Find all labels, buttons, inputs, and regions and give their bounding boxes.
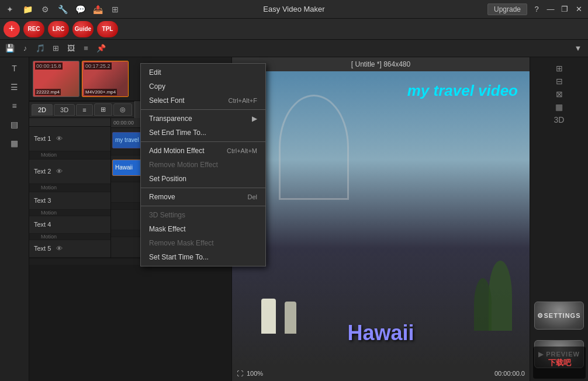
track-label-text5: Text 5 👁 <box>29 240 110 258</box>
zoom-value: 100% <box>247 370 263 377</box>
lrc-button[interactable]: LRC <box>48 21 69 37</box>
titlebar-right-controls: Upgrade ? — ❐ ✕ <box>487 4 583 15</box>
track-text2-group: Text 2 👁 Motion <box>29 160 110 192</box>
ctx-sep-1 <box>141 109 231 110</box>
figure-1 <box>261 299 276 334</box>
tab-2d[interactable]: 2D <box>32 104 53 116</box>
guide-button[interactable]: Guide <box>72 21 94 37</box>
figure-2 <box>285 302 296 334</box>
tpl-button[interactable]: TPL <box>97 21 118 37</box>
track-label-text4: Text 4 <box>29 216 110 234</box>
upgrade-button[interactable]: Upgrade <box>487 4 527 15</box>
align-center-icon[interactable]: ≡ <box>3 97 26 115</box>
ctx-remove-motion: Remove Motion Effect <box>141 158 231 172</box>
expand-icon[interactable]: ⛶ <box>237 370 243 377</box>
ctx-set-position[interactable]: Set Position <box>141 172 231 186</box>
ctx-select-font[interactable]: Select Font Ctrl+Alt+F <box>141 93 231 108</box>
ctx-remove[interactable]: Remove Del <box>141 190 231 204</box>
save-icon[interactable]: 💾 <box>4 42 16 55</box>
track-text5-name: Text 5 <box>34 245 51 252</box>
grid-icon[interactable]: ⊞ <box>110 4 120 15</box>
tab-circle[interactable]: ◎ <box>113 103 132 116</box>
close-button[interactable]: ✕ <box>574 5 583 14</box>
app-title: Easy Video Maker <box>263 5 324 13</box>
thumbnail-item-1[interactable]: 00:00:15.8 22222.mp4 <box>33 61 79 97</box>
music-icon[interactable]: ♪ <box>19 42 32 55</box>
align-right-icon[interactable]: ▤ <box>3 116 26 133</box>
right-icon-1[interactable]: ⊞ <box>554 63 565 74</box>
align-left-icon[interactable]: ☰ <box>3 78 26 96</box>
track-text2-motion: Motion <box>29 184 110 192</box>
titlebar-left-icons: ✦ 📁 ⚙ 🔧 💬 📤 ⊞ <box>5 4 120 15</box>
preview-hawaii-text: Hawaii <box>347 321 414 345</box>
ctx-3d-settings: 3D Settings <box>141 208 231 222</box>
preview-time: 00:00:00.0 <box>494 370 525 377</box>
share-icon[interactable]: 📤 <box>92 4 103 15</box>
ctx-sep-3 <box>141 188 231 188</box>
context-menu: Edit Copy Select Font Ctrl+Alt+F Transpa… <box>140 63 231 266</box>
track-text1-eye[interactable]: 👁 <box>54 134 64 143</box>
tab-3d[interactable]: 3D <box>54 104 75 116</box>
hoop-silhouette <box>279 95 349 200</box>
ctx-sep-2 <box>141 141 231 142</box>
text-tool-icon[interactable]: T <box>3 60 26 77</box>
ctx-add-motion[interactable]: Add Motion Effect Ctrl+Alt+M <box>141 144 231 158</box>
right-icon-3[interactable]: ⊠ <box>554 89 565 99</box>
help-button[interactable]: ? <box>532 5 541 14</box>
watermark: 下载吧 <box>533 347 586 379</box>
track-label-text2: Text 2 👁 <box>29 160 110 184</box>
ctx-transparence[interactable]: Transparence ▶ <box>141 112 231 126</box>
track-text4-name: Text 4 <box>34 221 51 228</box>
right-panel: ⊞ ⊟ ⊠ ▦ 3D ⚙ SETTINGS ▶ PREVIEW <box>530 57 588 381</box>
settings-icon[interactable]: ⚙ <box>40 4 50 15</box>
tools-icon[interactable]: 🔧 <box>57 4 68 15</box>
ctx-set-start-time[interactable]: Set Start Time To... <box>141 250 231 264</box>
format-icon[interactable]: ▦ <box>3 134 26 152</box>
right-icon-4[interactable]: ▦ <box>554 102 565 112</box>
thumbnail-item-2[interactable]: 00:17:25.2 M4V200+.mp4 <box>82 61 129 97</box>
right-icon-5[interactable]: 3D <box>554 115 565 125</box>
ctx-mask-effect[interactable]: Mask Effect <box>141 222 231 236</box>
add-button[interactable]: + <box>4 21 20 37</box>
right-icon-2[interactable]: ⊟ <box>554 76 565 86</box>
track-label-text3: Text 3 <box>29 192 110 210</box>
track-text1-motion: Motion <box>29 151 110 160</box>
layers-icon[interactable]: ≡ <box>79 42 92 55</box>
image-icon[interactable]: 🖼 <box>64 42 77 55</box>
settings-icon-gear: ⚙ <box>537 312 544 320</box>
track-text2-eye[interactable]: 👁 <box>54 167 64 176</box>
pin-icon[interactable]: 📌 <box>95 42 108 55</box>
ruler-label-spacer <box>29 118 110 127</box>
ctx-sep-4 <box>141 206 231 206</box>
track-labels: Text 1 👁 Motion Text 2 👁 Motion <box>29 118 111 258</box>
tab-list[interactable]: ≡ <box>76 104 92 116</box>
track-text2-name: Text 2 <box>34 168 51 175</box>
tab-grid[interactable]: ⊞ <box>94 103 112 116</box>
ctx-copy[interactable]: Copy <box>141 79 231 93</box>
maximize-button[interactable]: ❐ <box>560 5 569 14</box>
rec-button[interactable]: REC <box>23 21 44 37</box>
chat-icon[interactable]: 💬 <box>75 4 85 15</box>
track-label-text1: Text 1 👁 <box>29 127 110 151</box>
minimize-button[interactable]: — <box>546 5 555 14</box>
thumbnail-name-2: M4V200+.mp4 <box>84 89 117 95</box>
track-text3-motion: Motion <box>29 210 110 216</box>
main-toolbar: + REC LRC Guide TPL <box>0 19 588 40</box>
video-preview: my travel video Hawaii <box>232 71 530 366</box>
secondary-toolbar: 💾 ♪ 🎵 ⊞ 🖼 ≡ 📌 ▼ <box>0 40 588 57</box>
settings-button[interactable]: ⚙ SETTINGS <box>534 302 584 330</box>
track-text5-eye[interactable]: 👁 <box>54 244 64 253</box>
thumbnail-time-1: 00:00:15.8 <box>35 63 63 70</box>
download-arrow-icon[interactable]: ▼ <box>572 42 584 55</box>
ctx-set-end-time[interactable]: Set End Time To... <box>141 126 231 140</box>
preview-travel-text: my travel video <box>407 82 518 100</box>
title-bar: ✦ 📁 ⚙ 🔧 💬 📤 ⊞ Easy Video Maker Upgrade ?… <box>0 0 588 19</box>
app-logo-icon: ✦ <box>5 4 15 15</box>
grid2-icon[interactable]: ⊞ <box>49 42 62 55</box>
main-area: T ☰ ≡ ▤ ▦ 00:00:15.8 22222.mp4 00:17:25.… <box>0 57 588 381</box>
preview-header: [ Untitle *] 864x480 <box>232 57 530 71</box>
audio-icon[interactable]: 🎵 <box>34 42 47 55</box>
track-text4-motion: Motion <box>29 234 110 240</box>
open-file-icon[interactable]: 📁 <box>22 4 33 15</box>
ctx-edit[interactable]: Edit <box>141 65 231 79</box>
